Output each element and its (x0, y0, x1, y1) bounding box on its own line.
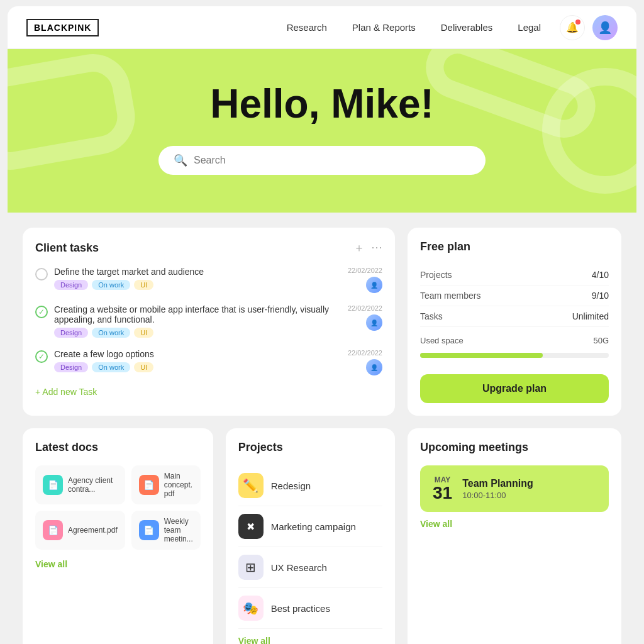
tag-ui: UI (134, 328, 153, 338)
user-avatar[interactable]: 👤 (592, 15, 618, 40)
hero-bg-shape-3 (417, 49, 604, 147)
projects-header: Projects (238, 441, 382, 454)
plan-row-projects: Projects 4/10 (420, 265, 609, 286)
nav-legal[interactable]: Legal (518, 22, 541, 33)
docs-grid: 📄 Agency client contra... 📄 Main concept… (35, 465, 201, 550)
nav-deliverables[interactable]: Deliverables (441, 22, 493, 33)
meeting-info: Team Planning 10:00-11:00 (462, 478, 596, 500)
nav-research[interactable]: Research (287, 22, 327, 33)
add-task-label: + Add new Task (35, 387, 97, 397)
list-item[interactable]: 📄 Main concept. pdf (131, 465, 201, 504)
list-item[interactable]: 📄 Agreement.pdf (35, 511, 125, 550)
plan-members-value: 9/10 (592, 291, 609, 301)
task-checkbox-done[interactable]: ✓ (35, 306, 48, 318)
task-avatar: 👤 (366, 359, 382, 375)
nav-plan-reports[interactable]: Plan & Reports (352, 22, 416, 33)
docs-header: Latest docs (35, 441, 201, 454)
hero-bg-shape-1 (8, 49, 141, 175)
doc-icon-4: 📄 (139, 520, 159, 540)
meeting-time: 10:00-11:00 (462, 491, 596, 500)
task-date: 22/02/2022 (348, 304, 382, 312)
plan-row-members: Team members 9/10 (420, 286, 609, 306)
tag-ui: UI (134, 280, 153, 290)
task-checkbox[interactable] (35, 268, 48, 280)
search-icon: 🔍 (174, 153, 187, 167)
doc-icon-3: 📄 (43, 520, 63, 540)
doc-label-3: Agreement.pdf (68, 526, 118, 535)
hero-section: Hello, Mike! 🔍 (8, 49, 636, 213)
upcoming-header: Upcoming meetings (420, 441, 609, 454)
project-label-marketing: Marketing campaign (271, 521, 356, 532)
projects-view-all[interactable]: View all (238, 636, 270, 644)
storage-label-row: Used space 50G (420, 336, 609, 345)
table-row: ✓ Create a few logo options Design On wo… (35, 349, 382, 375)
notifications-button[interactable]: 🔔 (560, 15, 585, 40)
task-tags: Design On work UI (54, 280, 341, 290)
tag-design: Design (54, 328, 88, 338)
client-tasks-card: Client tasks ＋ ⋯ Define the target marke… (23, 228, 395, 416)
plan-projects-value: 4/10 (592, 270, 609, 280)
task-meta: 22/02/2022 👤 (348, 349, 382, 375)
hero-bg-shape-2 (542, 68, 636, 194)
tag-ui: UI (134, 362, 153, 372)
card-actions: ＋ ⋯ (353, 240, 382, 255)
plan-members-label: Team members (420, 291, 480, 301)
upcoming-view-all[interactable]: View all (420, 519, 452, 529)
meeting-day: 31 (433, 484, 452, 502)
task-date: 22/02/2022 (348, 349, 382, 357)
nav-links: Research Plan & Reports Deliverables Leg… (287, 22, 541, 33)
search-input[interactable] (194, 155, 470, 166)
list-item[interactable]: 🎭 Best practices (238, 588, 382, 629)
list-item[interactable]: 📄 Agency client contra... (35, 465, 125, 504)
search-bar[interactable]: 🔍 (158, 146, 486, 175)
logo[interactable]: BLACKPINK (26, 19, 99, 36)
meeting-date: May 31 (433, 475, 452, 502)
tag-design: Design (54, 362, 88, 372)
add-task-button[interactable]: + Add new Task (35, 387, 382, 397)
list-item[interactable]: ✏️ Redesign (238, 465, 382, 506)
storage-value: 50G (593, 336, 609, 345)
project-label-ux: UX Research (271, 562, 327, 573)
plan-row-tasks: Tasks Unlimited (420, 306, 609, 327)
task-tags: Design On work UI (54, 328, 341, 338)
tag-onwork: On work (92, 328, 130, 338)
project-icon-marketing: ✖ (238, 514, 264, 539)
project-icon-ux: ⊞ (238, 555, 264, 580)
list-item[interactable]: ✖ Marketing campaign (238, 506, 382, 547)
hero-greeting: Hello, Mike! (210, 80, 434, 127)
meeting-item[interactable]: May 31 Team Planning 10:00-11:00 (420, 465, 609, 512)
task-content: Create a few logo options Design On work… (54, 349, 341, 372)
task-content: Creating a website or mobile app interfa… (54, 304, 341, 338)
task-content: Define the target market and audience De… (54, 267, 341, 290)
meeting-title: Team Planning (462, 478, 596, 489)
project-icon-redesign: ✏️ (238, 473, 264, 498)
navbar: BLACKPINK Research Plan & Reports Delive… (8, 6, 636, 49)
task-label: Create a few logo options (54, 349, 341, 359)
list-item[interactable]: 📄 Weekly team meetin... (131, 511, 201, 550)
list-item[interactable]: ⊞ UX Research (238, 547, 382, 588)
task-label: Creating a website or mobile app interfa… (54, 304, 341, 325)
storage-label: Used space (420, 336, 464, 345)
more-icon[interactable]: ⋯ (371, 240, 382, 255)
upcoming-title: Upcoming meetings (420, 441, 528, 454)
storage-section: Used space 50G (420, 336, 609, 358)
tag-onwork: On work (92, 362, 130, 372)
project-label-redesign: Redesign (271, 480, 311, 491)
storage-bar (420, 353, 609, 358)
notification-dot (575, 19, 580, 25)
upgrade-plan-button[interactable]: Upgrade plan (420, 374, 609, 403)
doc-label-2: Main concept. pdf (164, 472, 193, 498)
task-label: Define the target market and audience (54, 267, 341, 277)
plan-projects-label: Projects (420, 270, 452, 280)
task-avatar: 👤 (366, 314, 382, 331)
doc-label-4: Weekly team meetin... (164, 517, 193, 543)
tag-onwork: On work (92, 280, 130, 290)
plan-card-header: Free plan (420, 240, 609, 253)
docs-view-all[interactable]: View all (35, 559, 67, 569)
task-checkbox-done[interactable]: ✓ (35, 350, 48, 363)
add-icon[interactable]: ＋ (353, 240, 365, 255)
upcoming-meetings-card: Upcoming meetings May 31 Team Planning 1… (408, 428, 621, 644)
app-container: BLACKPINK Research Plan & Reports Delive… (8, 6, 636, 644)
task-meta: 22/02/2022 👤 (348, 267, 382, 293)
project-icon-best: 🎭 (238, 596, 264, 621)
